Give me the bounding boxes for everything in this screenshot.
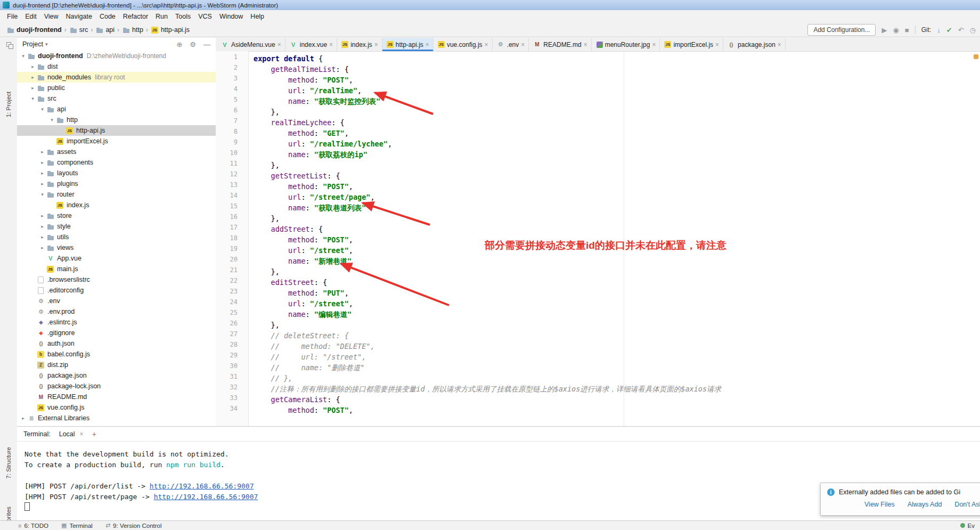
rollback-icon[interactable]: ↶ xyxy=(958,26,964,34)
line-number[interactable]: 26 xyxy=(216,320,248,330)
close-icon[interactable]: × xyxy=(277,41,281,48)
chevron-collapsed-icon[interactable]: ▸ xyxy=(38,224,46,229)
stop-icon[interactable]: ■ xyxy=(905,26,909,34)
tree-item-env-prod[interactable]: ⚙.env.prod xyxy=(17,306,216,317)
hide-panel-icon[interactable]: — xyxy=(203,40,210,48)
code-line[interactable]: // method: "DELETE", xyxy=(254,341,973,352)
tree-item-api[interactable]: ▾api xyxy=(17,104,216,115)
line-number[interactable]: 16 xyxy=(216,213,248,224)
line-number[interactable]: 17 xyxy=(216,224,248,234)
terminal-tab-local[interactable]: Local × xyxy=(59,430,84,438)
menu-code[interactable]: Code xyxy=(96,11,119,22)
tree-item-router[interactable]: ▾router xyxy=(17,189,216,200)
chevron-expanded-icon[interactable]: ▾ xyxy=(48,117,56,123)
editor-tab-asidemenu-vue[interactable]: VAsideMenu.vue× xyxy=(217,38,285,51)
code-line[interactable]: addStreet: { xyxy=(254,224,973,234)
breadcrumb-src[interactable]: src xyxy=(69,26,88,34)
tree-item-assets[interactable]: ▸assets xyxy=(17,146,216,157)
project-panel-title[interactable]: Project xyxy=(22,40,43,48)
code-line[interactable]: method: "PUT", xyxy=(254,288,973,298)
code-line[interactable]: }, xyxy=(254,107,973,117)
code-line[interactable]: name: "获取巷道列表" xyxy=(254,202,973,213)
tree-item-components[interactable]: ▸components xyxy=(17,157,216,168)
vcs-commit-icon[interactable]: ✔ xyxy=(946,26,952,34)
chevron-expanded-icon[interactable]: ▾ xyxy=(19,53,27,59)
code-line[interactable]: method: "POST", xyxy=(254,234,973,245)
line-number[interactable]: 22 xyxy=(216,277,248,288)
tree-item-utils[interactable]: ▸utils xyxy=(17,232,216,242)
code-line[interactable]: name: "获取荔枝的ip" xyxy=(254,149,973,160)
tree-item-main-js[interactable]: JSmain.js xyxy=(17,264,216,274)
code-line[interactable]: getRealTimeList: { xyxy=(254,64,973,75)
breadcrumb-http[interactable]: http xyxy=(122,26,143,34)
line-number[interactable]: 27 xyxy=(216,330,248,341)
menu-tools[interactable]: Tools xyxy=(172,11,194,22)
line-number[interactable]: 11 xyxy=(216,160,248,170)
line-number[interactable]: 20 xyxy=(216,256,248,266)
line-number[interactable]: 33 xyxy=(216,394,248,405)
menu-file[interactable]: File xyxy=(3,11,21,22)
line-number[interactable]: 28 xyxy=(216,341,248,352)
close-icon[interactable]: × xyxy=(652,41,656,48)
line-number[interactable]: 6 xyxy=(216,107,248,117)
tree-item-style[interactable]: ▸style xyxy=(17,221,216,232)
line-number[interactable]: 32 xyxy=(216,384,248,394)
editor-tab-env[interactable]: ⚙.env× xyxy=(493,38,529,51)
chevron-expanded-icon[interactable]: ▾ xyxy=(38,192,46,197)
line-number[interactable]: 8 xyxy=(216,128,248,138)
tree-item-http-api-js[interactable]: JShttp-api.js xyxy=(17,125,216,136)
chevron-collapsed-icon[interactable]: ▸ xyxy=(38,170,46,176)
code-line[interactable]: }, xyxy=(254,213,973,224)
tree-item-public[interactable]: ▸public xyxy=(17,83,216,93)
menu-run[interactable]: Run xyxy=(152,11,172,22)
breadcrumb-http-api-js[interactable]: JShttp-api.js xyxy=(151,26,190,34)
line-number[interactable]: 7 xyxy=(216,117,248,128)
editor-tab-package-json[interactable]: {}package.json× xyxy=(723,38,786,51)
menu-vcs[interactable]: VCS xyxy=(194,11,216,22)
line-number[interactable]: 10 xyxy=(216,149,248,160)
chevron-collapsed-icon[interactable]: ▸ xyxy=(38,181,46,186)
line-number[interactable]: 19 xyxy=(216,245,248,256)
chevron-collapsed-icon[interactable]: ▸ xyxy=(38,213,46,218)
close-icon[interactable]: × xyxy=(521,41,525,48)
tree-item-plugins[interactable]: ▸plugins xyxy=(17,178,216,189)
chevron-collapsed-icon[interactable]: ▸ xyxy=(38,245,46,250)
menu-edit[interactable]: Edit xyxy=(21,11,40,22)
notification-action-view-files[interactable]: View Files xyxy=(864,501,895,508)
breadcrumb-duoji-frontend[interactable]: duoji-frontend xyxy=(6,26,62,34)
code-line[interactable]: // name: "删除巷道" xyxy=(254,362,973,373)
notification-action-always-add[interactable]: Always Add xyxy=(908,501,942,508)
code-line[interactable]: realTimeLychee: { xyxy=(254,117,973,128)
chevron-collapsed-icon[interactable]: ▸ xyxy=(29,85,37,91)
history-icon[interactable]: ◷ xyxy=(970,26,976,34)
tree-item-views[interactable]: ▸views xyxy=(17,242,216,253)
tree-item-src[interactable]: ▾src xyxy=(17,93,216,104)
tree-item-node-modules[interactable]: ▸node_moduleslibrary root xyxy=(17,72,216,83)
status-6-todo[interactable]: ≡6: TODO xyxy=(18,522,48,529)
menu-navigate[interactable]: Navigate xyxy=(62,11,96,22)
breadcrumb-api[interactable]: api xyxy=(95,26,115,34)
code-line[interactable]: // }, xyxy=(254,373,973,384)
code-line[interactable]: url: "/realTime", xyxy=(254,85,973,96)
line-number[interactable]: 9 xyxy=(216,138,248,149)
chevron-collapsed-icon[interactable]: ▸ xyxy=(38,160,46,165)
menu-window[interactable]: Window xyxy=(216,11,247,22)
settings-gear-icon[interactable]: ⚙ xyxy=(190,40,196,48)
line-number[interactable]: 30 xyxy=(216,362,248,373)
terminal-link[interactable]: http://192.168.66.56:9007 xyxy=(154,493,258,501)
line-number[interactable]: 1 xyxy=(216,53,248,64)
new-terminal-icon[interactable]: + xyxy=(92,430,96,438)
status-terminal[interactable]: ▦Terminal xyxy=(61,522,93,529)
vcs-update-icon[interactable]: ↓ xyxy=(937,26,941,34)
tree-item-package-lock-json[interactable]: {}package-lock.json xyxy=(17,381,216,392)
editor-body[interactable]: 1234567891011121314151617181920212223242… xyxy=(216,51,980,426)
menu-help[interactable]: Help xyxy=(247,11,268,22)
tree-item-app-vue[interactable]: VApp.vue xyxy=(17,253,216,264)
tree-item-index-js[interactable]: JSindex.js xyxy=(17,200,216,210)
code-line[interactable]: }, xyxy=(254,320,973,330)
editor-tab-readme-md[interactable]: MREADME.md× xyxy=(529,38,591,51)
tree-item-vue-config-js[interactable]: JSvue.config.js xyxy=(17,402,216,413)
status-9-version-control[interactable]: ⇄9: Version Control xyxy=(105,522,162,529)
code-line[interactable]: name: "获取实时监控列表" xyxy=(254,96,973,107)
code-line[interactable]: }, xyxy=(254,160,973,170)
